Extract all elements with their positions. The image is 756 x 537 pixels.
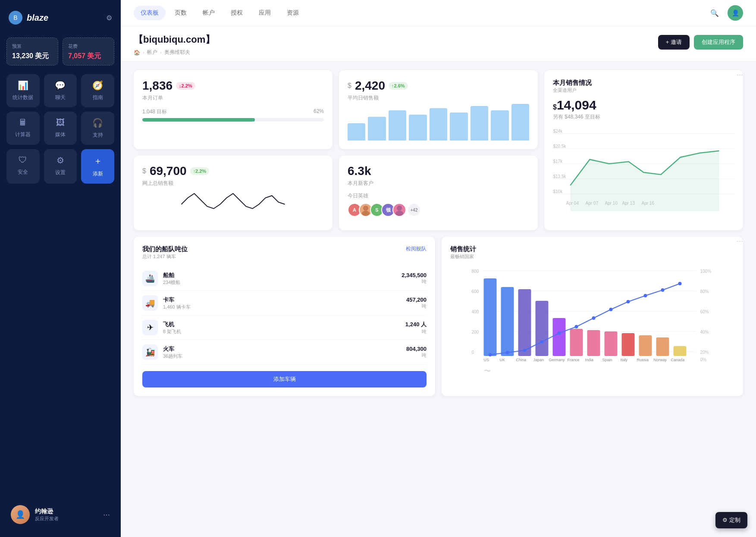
svg-text:US: US xyxy=(484,358,489,362)
truck-unit: 吨 xyxy=(406,303,427,309)
budget-value: 13,230 美元 xyxy=(12,52,53,60)
svg-text:$24k: $24k xyxy=(553,129,563,134)
total-sales-card: $ 69,700 ↑2.2% 网上总销售额 xyxy=(134,156,333,230)
avg-sales-label: 平均日销售额 xyxy=(348,94,529,102)
sidebar-item-media[interactable]: 🖼 媒体 xyxy=(44,112,77,145)
sales-stats-more-button[interactable]: ··· xyxy=(737,237,743,246)
svg-text:Russia: Russia xyxy=(637,358,649,362)
total-sales-chart xyxy=(142,187,324,222)
tab-auth[interactable]: 授权 xyxy=(224,6,250,20)
customize-button[interactable]: ⚙ 定制 xyxy=(715,512,747,528)
sidebar-top-settings-icon[interactable]: ⚙ xyxy=(106,14,112,22)
svg-rect-36 xyxy=(501,287,514,356)
svg-text:$10k: $10k xyxy=(553,189,563,194)
orders-progress: 1,048 目标 62% xyxy=(142,108,324,122)
train-unit: 吨 xyxy=(406,352,427,359)
truck-name: 卡车 xyxy=(163,296,401,304)
sidebar-item-guide[interactable]: 🧭 指南 xyxy=(81,74,114,107)
plane-amount: 1,240 人 xyxy=(405,321,427,328)
sidebar-item-calculator[interactable]: 🖩 计算器 xyxy=(6,112,40,145)
media-icon: 🖼 xyxy=(56,118,65,128)
svg-text:Canada: Canada xyxy=(671,358,685,362)
add-label: 添新 xyxy=(93,170,103,178)
svg-rect-41 xyxy=(587,330,600,356)
fleet-item-ship: 🚢 船舶 234艘船 2,345,500 吨 xyxy=(142,266,427,291)
heroes-section: 今日英雄 A S 顿 +42 xyxy=(348,192,529,217)
svg-text:40%: 40% xyxy=(700,330,709,334)
breadcrumb: 🏠 › 帐户 › 奥弗维耶夫 xyxy=(134,49,743,56)
fleet-card-header: 我们的船队吨位 总计 1,247 辆车 检阅舰队 xyxy=(142,245,427,260)
guide-icon: 🧭 xyxy=(92,80,103,91)
svg-text:200: 200 xyxy=(472,330,479,334)
monthly-sales-chart: $24k $20.5k $17k $13.5k $10k Apr 04 Apr … xyxy=(553,125,734,211)
content-area: 1,836 ↓2.2% 本月订单 1,048 目标 62% $ xyxy=(121,62,756,537)
svg-point-16 xyxy=(362,211,370,216)
monthly-sales-amount: $14,094 xyxy=(553,98,734,112)
breadcrumb-current: 奥弗维耶夫 xyxy=(164,49,190,56)
sidebar-item-security[interactable]: 🛡 安全 xyxy=(6,149,40,184)
create-app-button[interactable]: 创建应用程序 xyxy=(694,35,743,50)
tab-apps[interactable]: 应用 xyxy=(252,6,278,20)
breadcrumb-accounts: 帐户 xyxy=(147,49,157,56)
hero-avatar-5 xyxy=(392,203,406,217)
truck-icon: 🚚 xyxy=(142,295,158,311)
svg-rect-44 xyxy=(639,335,652,356)
invite-button[interactable]: + 邀请 xyxy=(658,35,690,50)
app-name: blaze xyxy=(27,13,48,23)
svg-rect-45 xyxy=(656,337,669,356)
sales-stats-title: 销售统计 xyxy=(450,245,476,253)
fleet-link[interactable]: 检阅舰队 xyxy=(406,245,427,253)
sidebar-logo: B blaze ⚙ xyxy=(6,9,114,27)
fleet-item-train: 🚂 火车 36趟列车 804,300 吨 xyxy=(142,340,427,365)
budget-label: 预算 xyxy=(12,43,53,50)
total-sales-badge: ↑2.2% xyxy=(190,167,210,175)
new-customers-card: 6.3k 本月新客户 今日英雄 A S 顿 + xyxy=(339,156,538,230)
svg-point-47 xyxy=(489,353,492,356)
svg-point-57 xyxy=(661,288,665,292)
total-sales-label: 网上总销售额 xyxy=(142,180,324,187)
search-button[interactable]: 🔍 xyxy=(707,5,722,21)
heroes-label: 今日英雄 xyxy=(348,192,529,200)
top-nav: 仪表板 页数 帐户 授权 应用 资源 🔍 👤 xyxy=(121,0,756,26)
orders-label: 本月订单 xyxy=(142,94,324,102)
svg-point-50 xyxy=(540,340,544,343)
new-customers-label: 本月新客户 xyxy=(348,180,529,187)
svg-rect-42 xyxy=(605,331,618,356)
svg-text:60%: 60% xyxy=(700,309,709,314)
sidebar-more-icon[interactable]: ⋯ xyxy=(103,511,110,519)
ship-sub: 234艘船 xyxy=(163,279,396,286)
chat-icon: 💬 xyxy=(55,80,66,91)
svg-text:China: China xyxy=(516,358,527,362)
page-title: 【biqubiqu.com】 xyxy=(134,33,743,46)
svg-rect-46 xyxy=(674,346,687,356)
sidebar-footer: 👤 约翰逊 反应开发者 ⋯ xyxy=(6,501,114,528)
sidebar-item-add[interactable]: ＋ 添新 xyxy=(81,149,114,184)
bottom-row: 我们的船队吨位 总计 1,247 辆车 检阅舰队 🚢 船舶 234艘船 2,34… xyxy=(134,237,743,396)
sidebar-item-settings[interactable]: ⚙ 设置 xyxy=(44,149,77,184)
sidebar-item-analytics[interactable]: 📊 统计数据 xyxy=(6,74,40,107)
svg-text:600: 600 xyxy=(472,289,479,294)
orders-card: 1,836 ↓2.2% 本月订单 1,048 目标 62% xyxy=(134,70,333,149)
sidebar-item-chat[interactable]: 💬 聊天 xyxy=(44,74,77,107)
svg-point-48 xyxy=(506,351,509,354)
expense-value: 7,057 美元 xyxy=(68,52,109,60)
fleet-subtitle: 总计 1,247 辆车 xyxy=(142,253,188,260)
nav-icons: 🔍 👤 xyxy=(707,5,743,21)
sales-stats-subtitle: 最畅销国家 xyxy=(450,253,476,260)
tab-pages[interactable]: 页数 xyxy=(168,6,194,20)
user-role: 反应开发者 xyxy=(35,515,98,522)
new-customers-value: 6.3k xyxy=(348,164,529,178)
avg-sales-value: $ 2,420 ↑2.6% xyxy=(348,79,529,93)
tab-dashboard[interactable]: 仪表板 xyxy=(134,6,166,20)
progress-pct: 62% xyxy=(314,108,324,116)
tab-accounts[interactable]: 帐户 xyxy=(196,6,222,20)
sidebar-item-support[interactable]: 🎧 支持 xyxy=(81,112,114,145)
svg-point-58 xyxy=(678,282,682,285)
svg-text:$13.5k: $13.5k xyxy=(553,174,567,179)
monthly-sales-more-button[interactable]: ··· xyxy=(737,70,743,79)
tab-resources[interactable]: 资源 xyxy=(280,6,306,20)
support-label: 支持 xyxy=(93,131,103,139)
add-vehicle-button[interactable]: 添加车辆 xyxy=(142,371,427,387)
plane-icon: ✈ xyxy=(142,320,158,335)
nav-user-avatar[interactable]: 👤 xyxy=(728,5,743,21)
